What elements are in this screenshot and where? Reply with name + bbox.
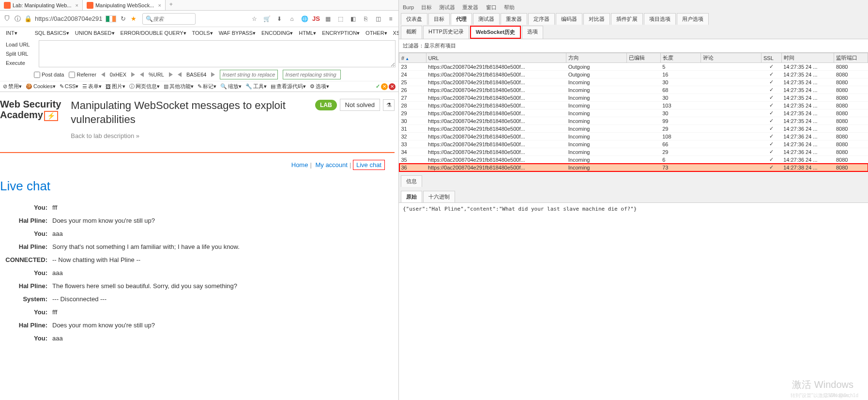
post-data-checkbox[interactable]: Post data (34, 72, 64, 78)
burp-tab-6[interactable]: 编码器 (556, 13, 582, 25)
download-icon[interactable]: ⬇ (274, 14, 284, 24)
referrer-checkbox[interactable]: Referrer (69, 72, 96, 78)
menu-encoding[interactable]: ENCODING▾ (259, 29, 295, 37)
col-header[interactable]: URL (426, 53, 566, 63)
tool-source[interactable]: ▤查看源代码▾ (271, 83, 306, 90)
ext-icon-1[interactable]: ▦ (323, 14, 333, 24)
browser-tab-1[interactable]: Manipulating WebSock... × (83, 0, 166, 10)
tool-zoom[interactable]: 🔍缩放▾ (220, 83, 242, 90)
col-header[interactable]: 评论 (701, 53, 761, 63)
tab-info[interactable]: 信息 (401, 175, 422, 187)
burp-menu-intruder[interactable]: 测试器 (439, 4, 455, 10)
tool-options[interactable]: ⚙选项▾ (310, 83, 329, 90)
tool-css[interactable]: ✎CSS▾ (60, 83, 79, 90)
burp-tab-8[interactable]: 插件扩展 (611, 13, 643, 25)
enc-hex[interactable]: 0xHEX (101, 71, 135, 78)
menu-sql[interactable]: SQL BASICS▾ (33, 29, 71, 37)
cart-icon[interactable]: 🛒 (262, 14, 272, 24)
burp-tab-7[interactable]: 对比器 (583, 13, 610, 25)
search-input[interactable] (153, 16, 192, 22)
burp-tab-0[interactable]: 仪表盘 (401, 13, 427, 25)
bookmark-icon[interactable]: ☆ (249, 14, 259, 24)
table-row[interactable]: 24https://0ac2008704e291fb818480e500f...… (399, 71, 868, 78)
tool-info[interactable]: ⓘ网页信息▾ (129, 83, 160, 90)
sidebar-icon[interactable]: ◫ (373, 14, 383, 24)
close-icon[interactable]: × (158, 2, 161, 8)
burp-subtab-3[interactable]: 选项 (522, 26, 543, 39)
tool-mark[interactable]: ✎标记▾ (198, 83, 216, 90)
table-row[interactable]: 33https://0ac2008704e291fb818480e500f...… (399, 140, 868, 148)
col-header[interactable]: SSL (761, 53, 782, 63)
filter-bar[interactable]: 过滤器：显示所有项目 (399, 39, 868, 53)
menu-icon[interactable]: ≡ (386, 14, 396, 24)
burp-subtab-2[interactable]: WebSocket历史 (470, 26, 521, 39)
burp-subtab-1[interactable]: HTTP历史记录 (423, 26, 469, 39)
tool-forms[interactable]: ☰表单▾ (82, 83, 102, 90)
col-header[interactable]: 已编辑 (627, 53, 660, 63)
tab-raw[interactable]: 原始 (401, 191, 422, 202)
flask-icon[interactable]: ⚗ (383, 99, 395, 111)
table-row[interactable]: 30https://0ac2008704e291fb818480e500f...… (399, 117, 868, 125)
tool-disable[interactable]: ⊘禁用▾ (3, 83, 22, 90)
burp-tab-5[interactable]: 定序器 (528, 13, 555, 25)
library-icon[interactable]: ⎘ (361, 14, 370, 24)
col-header[interactable]: 长度 (660, 53, 700, 63)
new-tab-button[interactable]: + (166, 0, 177, 10)
enc-url[interactable]: %URL (140, 71, 173, 78)
table-header[interactable]: # ▲URL方向已编辑长度评论SSL时间监听端口 (399, 53, 868, 63)
home-icon[interactable]: ⌂ (287, 14, 297, 24)
burp-icon[interactable]: ★ (130, 15, 137, 23)
table-row[interactable]: 27https://0ac2008704e291fb818480e500f...… (399, 94, 868, 102)
table-row[interactable]: 23https://0ac2008704e291fb818480e500f...… (399, 63, 868, 71)
nav-live-chat[interactable]: Live chat (354, 161, 383, 169)
tool-images[interactable]: 🖼图片▾ (106, 83, 125, 90)
replace-from-input[interactable] (220, 70, 278, 79)
reload-icon[interactable]: ↻ (119, 15, 127, 23)
nav-home[interactable]: Home (289, 161, 310, 169)
close-icon[interactable]: × (75, 2, 78, 8)
menu-int[interactable]: INT▾ (4, 29, 19, 37)
back-link[interactable]: Back to lab description » (71, 132, 305, 139)
browser-tab-0[interactable]: Lab: Manipulating Web... × (0, 0, 83, 10)
burp-tab-4[interactable]: 重发器 (501, 13, 527, 25)
burp-menu-help[interactable]: 帮助 (504, 4, 515, 10)
burp-tab-9[interactable]: 项目选项 (644, 13, 676, 25)
menu-html[interactable]: HTML▾ (297, 29, 318, 37)
burp-subtab-0[interactable]: 截断 (401, 26, 422, 39)
burp-menu-target[interactable]: 目标 (421, 4, 432, 10)
search-box[interactable]: 🔍 (142, 13, 196, 25)
shield-icon[interactable]: ⛉ (3, 15, 11, 23)
load-url-button[interactable]: Load URL (3, 41, 33, 48)
menu-error[interactable]: ERROR/DOUBLE QUERY▾ (119, 29, 188, 37)
col-header[interactable]: 监听端口 (834, 53, 868, 63)
col-header[interactable]: 方向 (566, 53, 627, 63)
split-url-button[interactable]: Split URL (3, 50, 33, 58)
tool-other[interactable]: ▥其他功能▾ (164, 83, 194, 90)
tab-hex[interactable]: 十六进制 (423, 191, 455, 202)
hackbar-input[interactable] (39, 40, 396, 67)
menu-waf[interactable]: WAF BYPASS▾ (217, 29, 258, 37)
tool-tools[interactable]: 🔧工具▾ (245, 83, 267, 90)
burp-tab-3[interactable]: 测试器 (473, 13, 500, 25)
burp-menu-window[interactable]: 窗口 (486, 4, 497, 10)
menu-encryption[interactable]: ENCRYPTION▾ (320, 29, 362, 37)
menu-other[interactable]: OTHER▾ (364, 29, 389, 37)
ext-icon-3[interactable]: ◧ (348, 14, 358, 24)
message-body[interactable]: {"user":"Hal Pline","content":"What did … (399, 202, 868, 400)
col-header[interactable]: # ▲ (399, 53, 426, 63)
burp-tab-1[interactable]: 目标 (428, 13, 450, 25)
flag-icon[interactable] (106, 15, 116, 22)
table-row[interactable]: 32https://0ac2008704e291fb818480e500f...… (399, 133, 868, 140)
table-row[interactable]: 28https://0ac2008704e291fb818480e500f...… (399, 102, 868, 109)
ws-history-table[interactable]: # ▲URL方向已编辑长度评论SSL时间监听端口 23https://0ac20… (399, 53, 868, 171)
burp-menu-burp[interactable]: Burp (403, 4, 414, 10)
table-row[interactable]: 34https://0ac2008704e291fb818480e500f...… (399, 148, 868, 156)
burp-tab-2[interactable]: 代理 (451, 13, 472, 25)
table-row[interactable]: 36https://0ac2008704e291fb818480e500f...… (399, 164, 868, 171)
ext-icon-2[interactable]: ⬚ (335, 14, 345, 24)
nav-account[interactable]: My account (313, 161, 349, 169)
table-row[interactable]: 31https://0ac2008704e291fb818480e500f...… (399, 125, 868, 133)
burp-menu-repeater[interactable]: 重发器 (462, 4, 478, 10)
table-row[interactable]: 35https://0ac2008704e291fb818480e500f...… (399, 156, 868, 164)
burp-tab-10[interactable]: 用户选项 (677, 13, 709, 25)
